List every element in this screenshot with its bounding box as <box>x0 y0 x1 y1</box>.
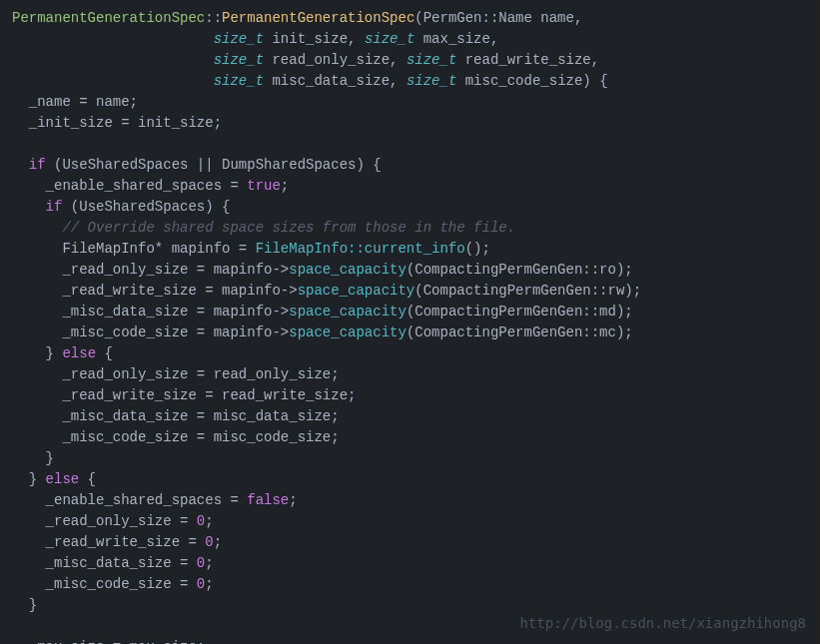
literal-false: false <box>247 492 289 508</box>
code-line: } <box>12 450 54 466</box>
code-line: _init_size = init_size; <box>12 115 222 131</box>
literal-number: 0 <box>197 513 205 529</box>
code-line: _misc_code_size = 0; <box>12 576 214 592</box>
code-line: // Override shared space sizes from thos… <box>12 220 515 236</box>
code-line: _read_only_size = mapinfo->space_capacit… <box>12 262 633 278</box>
keyword-else: else <box>46 471 80 487</box>
code-line: _enable_shared_spaces = true; <box>12 178 289 194</box>
code-line: FileMapInfo* mapinfo = FileMapInfo::curr… <box>12 241 490 257</box>
constructor-name: PermanentGenerationSpec <box>222 10 414 26</box>
code-block: PermanentGenerationSpec::PermanentGenera… <box>12 8 808 644</box>
code-line: _read_write_size = mapinfo->space_capaci… <box>12 283 641 299</box>
keyword-else: else <box>62 345 96 361</box>
code-line: _misc_data_size = 0; <box>12 555 214 571</box>
code-line: _read_only_size = 0; <box>12 513 214 529</box>
method-call: space_capacity <box>289 304 407 320</box>
keyword-if: if <box>46 199 63 215</box>
code-line: _read_write_size = 0; <box>12 534 222 550</box>
method-call: FileMapInfo::current_info <box>256 241 465 257</box>
literal-true: true <box>247 178 281 194</box>
watermark-text: http://blog.csdn.net/xiangzhihong8 <box>519 613 806 634</box>
code-line: _name = name; <box>12 94 138 110</box>
code-line: } <box>12 597 37 613</box>
code-line: } else { <box>12 471 96 487</box>
literal-number: 0 <box>197 555 205 571</box>
class-name: PermanentGenerationSpec <box>12 10 205 26</box>
code-line: if (UseSharedSpaces || DumpSharedSpaces)… <box>12 157 382 173</box>
code-line: if (UseSharedSpaces) { <box>12 199 230 215</box>
code-line: _read_only_size = read_only_size; <box>12 366 340 382</box>
code-line: } else { <box>12 345 113 361</box>
code-line: _misc_code_size = misc_code_size; <box>12 429 340 445</box>
method-call: space_capacity <box>289 324 407 340</box>
code-line: _read_write_size = read_write_size; <box>12 387 356 403</box>
code-line: _max_size = max_size; <box>12 639 205 644</box>
code-line: PermanentGenerationSpec::PermanentGenera… <box>12 10 582 26</box>
method-call: space_capacity <box>298 283 415 299</box>
code-line: _misc_data_size = misc_data_size; <box>12 408 340 424</box>
code-line: size_t misc_data_size, size_t misc_code_… <box>12 73 608 89</box>
method-call: space_capacity <box>289 262 407 278</box>
code-line: _enable_shared_spaces = false; <box>12 492 298 508</box>
literal-number: 0 <box>197 576 205 592</box>
code-line: size_t read_only_size, size_t read_write… <box>12 52 599 68</box>
code-line: size_t init_size, size_t max_size, <box>12 31 498 47</box>
code-line: _misc_code_size = mapinfo->space_capacit… <box>12 324 633 340</box>
keyword-if: if <box>29 157 46 173</box>
literal-number: 0 <box>205 534 213 550</box>
code-line: _misc_data_size = mapinfo->space_capacit… <box>12 304 633 320</box>
